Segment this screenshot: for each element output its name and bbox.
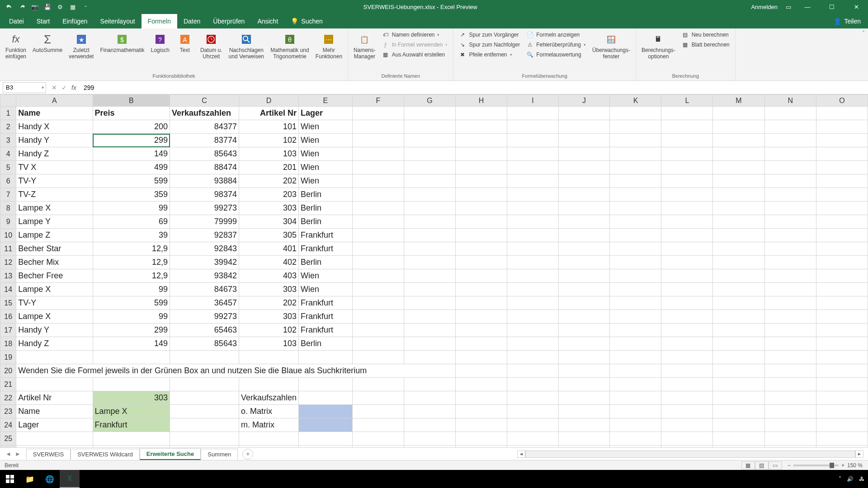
- cell[interactable]: Berlin: [299, 188, 353, 202]
- cell[interactable]: [239, 432, 298, 446]
- tab-daten[interactable]: Daten: [177, 14, 207, 28]
- cell[interactable]: [404, 256, 455, 269]
- cell[interactable]: [661, 229, 713, 242]
- cell[interactable]: [713, 161, 764, 174]
- cell[interactable]: Lager: [299, 107, 353, 120]
- cell[interactable]: [558, 202, 610, 215]
- lookup-button[interactable]: Nachschlagen und Verweisen: [227, 30, 266, 62]
- cell[interactable]: [816, 174, 868, 188]
- cell[interactable]: 85643: [170, 337, 239, 351]
- cell[interactable]: 39942: [170, 256, 239, 269]
- cell[interactable]: [713, 405, 764, 418]
- cell[interactable]: [610, 269, 661, 283]
- cell[interactable]: [507, 405, 559, 418]
- row-header[interactable]: 19: [0, 351, 16, 364]
- cell[interactable]: [764, 134, 816, 147]
- cell[interactable]: 39: [93, 229, 170, 242]
- cell[interactable]: [610, 446, 661, 448]
- cell[interactable]: [713, 391, 764, 405]
- cell[interactable]: [764, 405, 816, 418]
- cell[interactable]: 149: [93, 337, 170, 351]
- collapse-ribbon-icon[interactable]: ˆ: [863, 30, 864, 37]
- cell[interactable]: [713, 446, 764, 448]
- cell[interactable]: 403: [239, 269, 298, 283]
- cell[interactable]: [558, 161, 610, 174]
- cell[interactable]: [713, 256, 764, 269]
- file-explorer-button[interactable]: 📁: [20, 470, 40, 488]
- cell[interactable]: [404, 324, 455, 337]
- cell[interactable]: Wien: [299, 161, 353, 174]
- cell[interactable]: [661, 215, 713, 229]
- row-header[interactable]: 23: [0, 405, 16, 418]
- error-check-button[interactable]: ⚠Fehlerüberprüfung▾: [524, 40, 588, 49]
- cell[interactable]: 84377: [170, 120, 239, 134]
- undo-icon[interactable]: [5, 3, 14, 11]
- cell[interactable]: [816, 391, 868, 405]
- cell[interactable]: [558, 418, 610, 432]
- cell[interactable]: [816, 337, 868, 351]
- cell[interactable]: [239, 351, 298, 364]
- cell[interactable]: [713, 188, 764, 202]
- cell[interactable]: [713, 269, 764, 283]
- cell[interactable]: [352, 446, 404, 448]
- cell[interactable]: [558, 229, 610, 242]
- cell[interactable]: [764, 107, 816, 120]
- cell[interactable]: [713, 296, 764, 310]
- cell[interactable]: [455, 324, 507, 337]
- cell[interactable]: [455, 296, 507, 310]
- cell[interactable]: [713, 202, 764, 215]
- cell[interactable]: [713, 378, 764, 391]
- cell[interactable]: [404, 107, 455, 120]
- cell[interactable]: [558, 432, 610, 446]
- cell[interactable]: [713, 432, 764, 446]
- cell[interactable]: [239, 446, 298, 448]
- cell[interactable]: [558, 269, 610, 283]
- fx-icon[interactable]: fx: [71, 84, 76, 91]
- cell[interactable]: Berlin: [299, 256, 353, 269]
- cell[interactable]: [455, 351, 507, 364]
- cell[interactable]: [455, 364, 507, 378]
- row-header[interactable]: 8: [0, 202, 16, 215]
- cell[interactable]: Name: [16, 405, 93, 418]
- cell[interactable]: [404, 296, 455, 310]
- cell[interactable]: [610, 120, 661, 134]
- cell[interactable]: [507, 296, 559, 310]
- cell[interactable]: [816, 107, 868, 120]
- row-header[interactable]: 17: [0, 324, 16, 337]
- cell[interactable]: Lampe X: [16, 202, 93, 215]
- cell[interactable]: Wien: [299, 147, 353, 161]
- cell[interactable]: [764, 351, 816, 364]
- cell[interactable]: 305: [239, 229, 298, 242]
- cell[interactable]: [404, 391, 455, 405]
- cell[interactable]: [764, 446, 816, 448]
- eval-formula-button[interactable]: 🔍Formelauswertung: [524, 50, 588, 59]
- calc-options-button[interactable]: 🖩Berechnungs- optionen: [640, 30, 677, 62]
- cell[interactable]: [764, 364, 816, 378]
- cell[interactable]: [816, 215, 868, 229]
- edge-button[interactable]: 🌐: [40, 470, 60, 488]
- minimize-button[interactable]: —: [799, 0, 816, 14]
- cell[interactable]: [404, 147, 455, 161]
- cell[interactable]: 103: [239, 147, 298, 161]
- cell[interactable]: [455, 269, 507, 283]
- cell[interactable]: [404, 174, 455, 188]
- cell[interactable]: [352, 351, 404, 364]
- cell[interactable]: [507, 188, 559, 202]
- cell[interactable]: [404, 418, 455, 432]
- accept-formula-icon[interactable]: ✓: [61, 84, 67, 91]
- cell[interactable]: 402: [239, 256, 298, 269]
- cell[interactable]: [507, 364, 559, 378]
- cell[interactable]: 299: [93, 134, 170, 147]
- cell[interactable]: [404, 310, 455, 324]
- trace-dependents-button[interactable]: ↘Spur zum Nachfolger: [457, 40, 522, 49]
- cell[interactable]: [764, 337, 816, 351]
- cell[interactable]: 201: [239, 161, 298, 174]
- view-normal-button[interactable]: ▦: [741, 461, 755, 469]
- cell[interactable]: [455, 378, 507, 391]
- cell[interactable]: [764, 418, 816, 432]
- cell[interactable]: [299, 432, 353, 446]
- cell[interactable]: 359: [93, 188, 170, 202]
- cell[interactable]: [16, 432, 93, 446]
- col-header-B[interactable]: B: [93, 95, 170, 107]
- cell[interactable]: [558, 391, 610, 405]
